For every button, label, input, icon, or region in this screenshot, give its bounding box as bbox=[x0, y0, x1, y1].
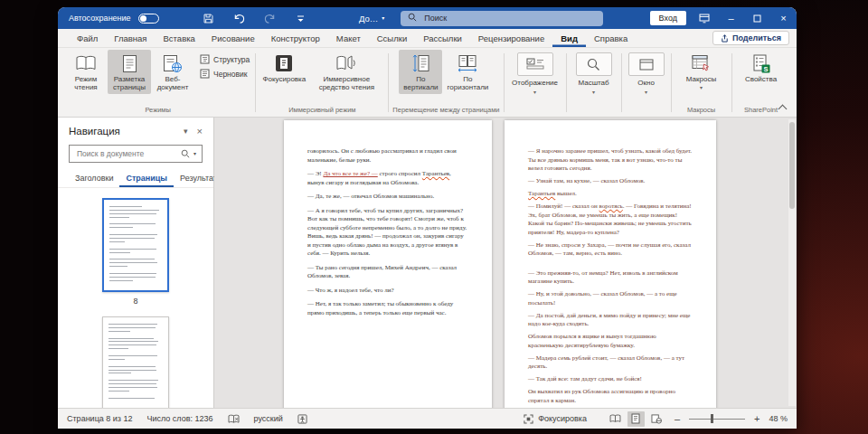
ribbon-group-page-movement: По вертикали По горизонтали Перемещение … bbox=[390, 50, 502, 117]
draft-view-button[interactable]: Черновик bbox=[200, 69, 250, 79]
ribbon-divider bbox=[671, 53, 672, 112]
document-canvas[interactable]: говорилось. Он с любовью рассматривал и … bbox=[214, 118, 797, 408]
navigation-pane-title: Навигация bbox=[69, 126, 175, 137]
ribbon-group-window: Окно ▾ bbox=[623, 50, 670, 117]
zoom-slider-thumb[interactable] bbox=[711, 414, 713, 423]
zoom-percentage[interactable]: 48 % bbox=[769, 414, 788, 423]
language-indicator[interactable]: русский bbox=[254, 414, 283, 423]
ribbon-divider bbox=[504, 53, 505, 112]
horizontal-button[interactable]: По горизонтали bbox=[442, 50, 493, 94]
focus-mode-button[interactable]: Фокусировка bbox=[524, 414, 587, 424]
read-mode-icon bbox=[75, 52, 97, 74]
search-input[interactable] bbox=[422, 13, 596, 24]
ribbon-divider bbox=[388, 53, 389, 112]
document-search-box[interactable]: ▾ bbox=[69, 145, 203, 163]
ribbon-group-views: Режим чтения Разметка страницы Веб-докум… bbox=[61, 50, 254, 117]
ribbon-divider bbox=[566, 53, 567, 112]
document-title[interactable]: До… ▾ bbox=[359, 14, 384, 24]
status-web-layout-button[interactable] bbox=[648, 411, 665, 427]
chevron-down-icon: ▾ bbox=[700, 85, 703, 91]
desktop-background: Автосохранение До… ▾ bbox=[0, 0, 868, 434]
print-layout-button[interactable]: Разметка страницы bbox=[108, 50, 151, 94]
tab-home[interactable]: Главная bbox=[106, 29, 155, 47]
tab-design[interactable]: Конструктор bbox=[263, 29, 328, 47]
save-icon[interactable] bbox=[197, 7, 221, 29]
window-dropdown-button[interactable]: Окно ▾ bbox=[626, 50, 667, 95]
tab-draw[interactable]: Рисование bbox=[203, 29, 263, 47]
ribbon-group-macros: Макросы ▾ Макросы bbox=[673, 50, 731, 117]
zoom-slider[interactable] bbox=[689, 419, 745, 420]
chevron-down-icon: ▾ bbox=[645, 89, 647, 95]
focus-button[interactable]: Фокусировка bbox=[259, 50, 308, 85]
group-label-immersive: Иммерсивный режим bbox=[259, 105, 384, 117]
group-label-macros: Макросы bbox=[675, 105, 728, 117]
tab-insert[interactable]: Вставка bbox=[156, 29, 203, 47]
chevron-down-icon: ▾ bbox=[592, 89, 595, 95]
page-thumbnails: 8 bbox=[58, 188, 213, 408]
chevron-down-icon[interactable]: ▾ bbox=[193, 151, 196, 156]
pane-close-icon[interactable]: × bbox=[197, 126, 203, 137]
outline-icon bbox=[200, 54, 210, 64]
group-label-page-movement: Перемещение между страницами bbox=[392, 105, 499, 117]
word-count[interactable]: Число слов: 1236 bbox=[146, 414, 212, 423]
document-page-left[interactable]: говорилось. Он с любовью рассматривал и … bbox=[284, 120, 492, 408]
minimize-icon[interactable]: – bbox=[718, 7, 744, 29]
customize-quick-access-icon[interactable] bbox=[289, 7, 313, 29]
tab-file[interactable]: Файл bbox=[69, 29, 106, 47]
window-icon bbox=[628, 52, 665, 76]
draft-icon bbox=[200, 69, 210, 79]
page-thumbnail-next[interactable] bbox=[102, 316, 169, 408]
search-bar[interactable] bbox=[401, 11, 603, 26]
vertical-button[interactable]: По вертикали bbox=[399, 50, 442, 94]
tab-help[interactable]: Справка bbox=[586, 29, 636, 47]
tab-review[interactable]: Рецензирование bbox=[470, 29, 552, 47]
proofing-icon[interactable] bbox=[228, 414, 240, 424]
zoom-in-button[interactable]: + bbox=[754, 414, 760, 424]
sign-in-button[interactable]: Вход bbox=[650, 11, 686, 25]
macros-button[interactable]: Макросы ▾ bbox=[676, 50, 727, 94]
scrollbar-thumb[interactable] bbox=[789, 122, 795, 209]
page-text: говорилось. Он с любовью рассматривал и … bbox=[284, 120, 492, 350]
accessibility-icon[interactable] bbox=[297, 414, 307, 424]
ribbon: Режим чтения Разметка страницы Веб-докум… bbox=[58, 48, 797, 118]
navigation-pane: Навигация ▾ × ▾ Заголовки Страницы Резул… bbox=[58, 118, 214, 408]
ribbon-display-options-icon[interactable] bbox=[692, 7, 718, 29]
macros-icon bbox=[692, 52, 711, 74]
redo-icon bbox=[259, 7, 282, 29]
vertical-scroll-icon bbox=[411, 52, 429, 74]
properties-icon: S bbox=[752, 52, 770, 74]
nav-tab-pages[interactable]: Страницы bbox=[119, 171, 174, 187]
maximize-icon[interactable] bbox=[744, 7, 770, 29]
autosave-toggle[interactable] bbox=[138, 14, 159, 24]
status-read-mode-button[interactable] bbox=[607, 411, 624, 427]
status-bar: Страница 8 из 12 Число слов: 1236 русски… bbox=[58, 408, 797, 429]
page-indicator[interactable]: Страница 8 из 12 bbox=[67, 414, 132, 423]
read-mode-button[interactable]: Режим чтения bbox=[64, 50, 108, 94]
immersive-reader-button[interactable]: Иммерсивное средство чтения bbox=[308, 50, 384, 94]
ribbon-divider bbox=[621, 53, 622, 112]
properties-button[interactable]: S Свойства bbox=[737, 50, 786, 85]
page-thumbnail-8[interactable] bbox=[102, 198, 169, 292]
document-search-input[interactable] bbox=[75, 148, 177, 159]
thumbnail-page-number: 8 bbox=[133, 297, 137, 306]
outline-view-button[interactable]: Структура bbox=[200, 54, 250, 64]
nav-tab-headings[interactable]: Заголовки bbox=[69, 171, 119, 187]
focus-icon bbox=[524, 414, 533, 424]
focus-icon bbox=[275, 52, 293, 74]
zoom-out-button[interactable]: – bbox=[675, 414, 680, 424]
pane-options-chevron-icon[interactable]: ▾ bbox=[184, 127, 188, 136]
vertical-scrollbar[interactable] bbox=[788, 119, 796, 406]
zoom-dropdown-button[interactable]: Масштаб ▾ bbox=[571, 50, 618, 95]
show-dropdown-button[interactable]: Отображение ▾ bbox=[508, 50, 562, 95]
tab-layout[interactable]: Макет bbox=[328, 29, 369, 47]
status-print-layout-button[interactable] bbox=[627, 411, 645, 427]
document-page-right[interactable]: — Я нарочно заранее пришел, чтоб узнать,… bbox=[505, 120, 716, 408]
tab-mailings[interactable]: Рассылки bbox=[415, 29, 470, 47]
close-icon[interactable]: × bbox=[770, 7, 797, 29]
ribbon-tab-row: Файл Главная Вставка Рисование Конструкт… bbox=[58, 29, 797, 48]
tab-references[interactable]: Ссылки bbox=[369, 29, 415, 47]
tab-view[interactable]: Вид bbox=[552, 29, 586, 47]
share-button[interactable]: Поделиться bbox=[712, 31, 789, 45]
undo-icon[interactable] bbox=[228, 7, 251, 29]
web-layout-button[interactable]: Веб-документ bbox=[151, 50, 194, 94]
